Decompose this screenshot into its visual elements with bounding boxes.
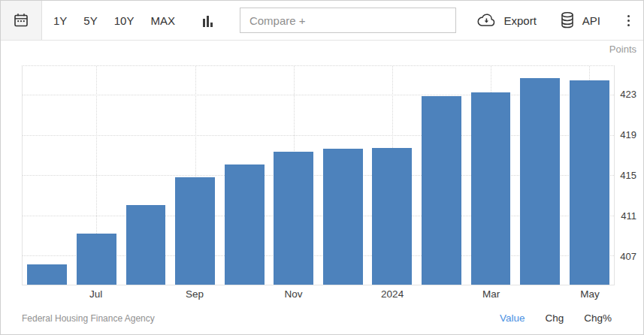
range-button-10y[interactable]: 10Y: [106, 10, 143, 32]
range-button-5y[interactable]: 5Y: [75, 10, 105, 32]
export-label: Export: [503, 14, 536, 27]
bar-mar-2024[interactable]: [471, 92, 511, 285]
api-button[interactable]: API: [559, 11, 600, 29]
y-axis-unit-label: Points: [609, 44, 636, 55]
x-axis: JulSepNov2024MarMay: [22, 288, 615, 302]
footer-links: ValueChgChg%: [479, 312, 612, 324]
chart-region: Points 407411415419423 JulSepNov2024MarM…: [1, 41, 643, 335]
bar-oct-2023[interactable]: [225, 164, 265, 285]
export-button[interactable]: Export: [476, 13, 536, 28]
chart-footer: Federal Housing Finance Agency ValueChgC…: [22, 312, 612, 324]
date-range-picker-button[interactable]: [1, 1, 42, 40]
range-button-max[interactable]: MAX: [142, 10, 183, 32]
compare-input[interactable]: [240, 8, 456, 33]
bar-jun-2023[interactable]: [27, 264, 67, 285]
database-icon: [559, 11, 576, 29]
chart-type-button[interactable]: [203, 14, 213, 27]
source-label: Federal Housing Finance Agency: [22, 313, 155, 324]
footer-link-chg-[interactable]: Chg%: [584, 312, 612, 324]
x-tick-label: Sep: [186, 288, 204, 300]
range-buttons: 1Y5Y10YMAX: [45, 10, 183, 32]
bar-jul-2023[interactable]: [77, 234, 116, 285]
x-tick-label: Mar: [482, 288, 500, 300]
bar-chart-icon: [203, 16, 213, 27]
range-button-1y[interactable]: 1Y: [45, 10, 75, 32]
calendar-icon: [13, 12, 29, 29]
x-tick-label: Nov: [285, 288, 303, 300]
x-tick-label: Jul: [89, 288, 102, 300]
bar-apr-2024[interactable]: [520, 78, 560, 285]
x-tick-label: May: [580, 288, 600, 300]
toolbar-right: Export API: [476, 11, 643, 29]
bar-sep-2023[interactable]: [175, 177, 215, 285]
toolbar: 1Y5Y10YMAX Export: [1, 1, 643, 41]
y-tick-label: 415: [609, 170, 636, 182]
footer-link-value[interactable]: Value: [500, 312, 525, 324]
chart-widget: 1Y5Y10YMAX Export: [0, 0, 644, 335]
footer-link-chg[interactable]: Chg: [545, 312, 564, 324]
bar-may-2024[interactable]: [570, 80, 609, 285]
bar-feb-2024[interactable]: [422, 96, 461, 285]
bar-jan-2024[interactable]: [372, 148, 412, 285]
cloud-download-icon: [476, 13, 497, 28]
more-options-button[interactable]: [623, 12, 634, 29]
x-tick-label: 2024: [381, 288, 404, 300]
bar-dec-2023[interactable]: [323, 149, 363, 285]
y-tick-label: 407: [609, 251, 636, 263]
y-axis: 407411415419423: [609, 65, 643, 285]
bar-aug-2023[interactable]: [126, 205, 166, 285]
kebab-menu-icon: [627, 15, 630, 26]
api-label: API: [582, 14, 600, 27]
bar-nov-2023[interactable]: [274, 152, 313, 285]
plot-area: [22, 65, 615, 285]
y-tick-label: 411: [609, 210, 636, 222]
